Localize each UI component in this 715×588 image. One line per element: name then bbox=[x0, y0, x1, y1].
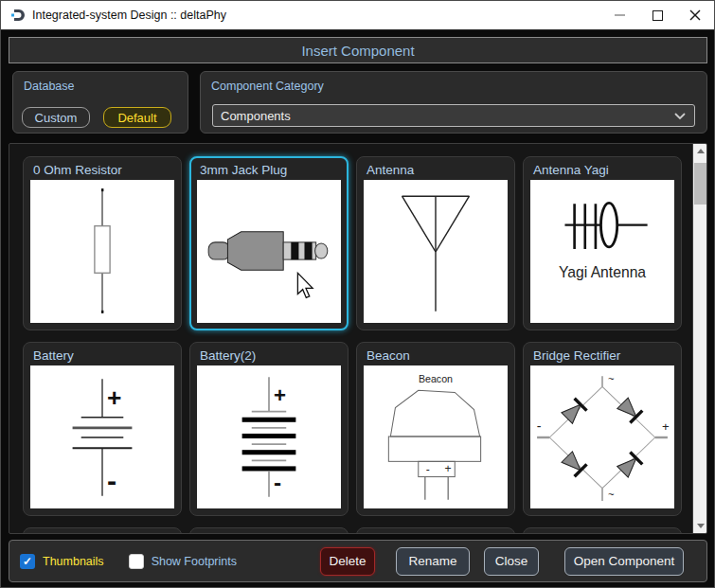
beacon-minus-label: - bbox=[426, 463, 430, 476]
database-label: Database bbox=[24, 80, 75, 93]
battery-thumbnail-icon: + - bbox=[30, 365, 174, 508]
window-title: Integrated-system Design :: deltaPhy bbox=[32, 9, 226, 22]
database-group: Database Custom Default bbox=[12, 71, 188, 134]
component-category-select[interactable]: Components bbox=[212, 104, 695, 127]
component-card-partial[interactable] bbox=[189, 527, 349, 534]
card-title: Battery(2) bbox=[197, 346, 341, 365]
thumbnails-checkbox[interactable]: ✓ bbox=[20, 554, 35, 569]
mouse-cursor-icon bbox=[297, 273, 313, 297]
battery2-plus-label: + bbox=[274, 383, 286, 407]
scroll-up-button[interactable] bbox=[693, 144, 707, 158]
footer-bar: ✓ Thumbnails Show Footprints Delete Rena… bbox=[9, 540, 707, 582]
component-card-antenna[interactable]: Antenna bbox=[356, 156, 515, 330]
scroll-down-button[interactable] bbox=[693, 519, 707, 533]
app-window: Integrated-system Design :: deltaPhy Ins… bbox=[0, 0, 715, 588]
bridge-rectifier-thumbnail-icon: ~ ~ - + bbox=[530, 365, 674, 508]
minimize-button[interactable] bbox=[600, 1, 638, 30]
custom-database-button[interactable]: Custom bbox=[22, 107, 90, 128]
component-card-bridge-rectifier[interactable]: Bridge Rectifier bbox=[523, 342, 682, 516]
show-footprints-checkbox[interactable] bbox=[129, 554, 144, 569]
card-title: Bridge Rectifier bbox=[530, 346, 674, 365]
component-card-beacon[interactable]: Beacon Beacon - + bbox=[356, 342, 515, 516]
chevron-down-icon bbox=[674, 113, 686, 120]
yagi-antenna-thumbnail-icon: Yagi Antenna bbox=[530, 180, 674, 323]
dialog-header: Insert Component bbox=[9, 37, 707, 63]
component-grid: 0 Ohm Resistor 3mm Jack Plug bbox=[9, 144, 692, 534]
jack-plug-thumbnail-icon bbox=[197, 180, 341, 323]
category-group: Component Category Components bbox=[200, 71, 707, 134]
battery-minus-label: - bbox=[107, 464, 116, 496]
component-card-partial[interactable] bbox=[23, 527, 182, 534]
close-icon bbox=[688, 9, 702, 22]
beacon-thumbnail-icon: Beacon - + bbox=[364, 365, 508, 508]
yagi-caption: Yagi Antenna bbox=[559, 264, 646, 280]
component-card-partial[interactable] bbox=[356, 527, 515, 534]
app-logo-icon bbox=[9, 8, 25, 23]
bridge-ac-bottom-label: ~ bbox=[608, 489, 615, 500]
grid-scrollbar[interactable] bbox=[692, 144, 706, 533]
rename-button[interactable]: Rename bbox=[396, 547, 470, 576]
component-card-3mm-jack-plug[interactable]: 3mm Jack Plug bbox=[189, 156, 349, 330]
scroll-up-icon bbox=[697, 149, 705, 153]
battery-plus-label: + bbox=[107, 383, 121, 412]
maximize-icon bbox=[652, 10, 663, 21]
checkmark-icon: ✓ bbox=[23, 555, 32, 568]
minimize-icon bbox=[615, 14, 625, 16]
card-title: Antenna Yagi bbox=[530, 160, 674, 180]
card-title: Beacon bbox=[364, 346, 508, 365]
database-buttons: Custom Default bbox=[22, 107, 171, 128]
card-title: 0 Ohm Resistor bbox=[30, 160, 174, 180]
card-title: Battery bbox=[30, 346, 174, 365]
thumbnails-label: Thumbnails bbox=[43, 555, 104, 568]
component-card-partial[interactable] bbox=[523, 527, 682, 534]
close-button[interactable] bbox=[676, 1, 714, 30]
close-dialog-button[interactable]: Close bbox=[484, 547, 539, 576]
card-title: Antenna bbox=[364, 160, 508, 180]
category-selected-value: Components bbox=[221, 109, 291, 123]
dialog-title: Insert Component bbox=[301, 43, 414, 59]
component-card-0ohm-resistor[interactable]: 0 Ohm Resistor bbox=[23, 156, 182, 330]
title-bar: Integrated-system Design :: deltaPhy bbox=[1, 1, 714, 30]
bridge-ac-top-label: ~ bbox=[608, 373, 615, 384]
scrollbar-thumb[interactable] bbox=[694, 163, 706, 205]
component-grid-panel: 0 Ohm Resistor 3mm Jack Plug bbox=[9, 143, 707, 534]
component-card-antenna-yagi[interactable]: Antenna Yagi Yagi Antenna bbox=[523, 156, 682, 330]
component-card-battery-2[interactable]: Battery(2) + - bbox=[189, 342, 349, 516]
bridge-plus-label: + bbox=[662, 419, 670, 434]
delete-button[interactable]: Delete bbox=[320, 547, 375, 576]
scroll-down-icon bbox=[697, 524, 705, 528]
antenna-thumbnail-icon bbox=[364, 180, 508, 323]
category-label: Component Category bbox=[211, 80, 324, 93]
card-title: 3mm Jack Plug bbox=[197, 160, 341, 180]
maximize-button[interactable] bbox=[638, 1, 676, 30]
resistor-thumbnail-icon bbox=[30, 180, 174, 323]
battery2-minus-label: - bbox=[274, 470, 281, 495]
beacon-plus-label: + bbox=[445, 463, 452, 476]
beacon-caption: Beacon bbox=[419, 373, 453, 384]
show-footprints-label: Show Footprints bbox=[152, 555, 237, 568]
battery-2-thumbnail-icon: + - bbox=[197, 365, 341, 508]
open-component-button[interactable]: Open Component bbox=[564, 547, 684, 576]
bridge-minus-label: - bbox=[537, 419, 542, 434]
component-card-battery[interactable]: Battery + - bbox=[23, 342, 182, 516]
default-database-button[interactable]: Default bbox=[103, 107, 171, 128]
